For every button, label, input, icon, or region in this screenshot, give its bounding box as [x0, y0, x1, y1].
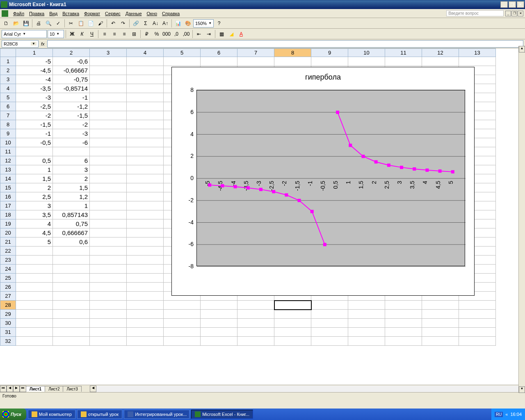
row-header[interactable]: 22: [0, 247, 16, 256]
menu-data[interactable]: Данные: [123, 10, 144, 17]
align-center-icon[interactable]: ≡: [110, 30, 119, 39]
borders-icon[interactable]: ▦: [217, 30, 226, 39]
cell[interactable]: [127, 66, 164, 75]
menu-view[interactable]: Вид: [47, 10, 60, 17]
row-header[interactable]: 15: [0, 183, 16, 192]
cell[interactable]: [53, 319, 90, 328]
cell[interactable]: [90, 256, 127, 265]
row-header[interactable]: 8: [0, 120, 16, 129]
cell[interactable]: [385, 57, 422, 66]
language-indicator[interactable]: RU: [495, 412, 503, 417]
cell[interactable]: [90, 201, 127, 210]
sheet-tab-1[interactable]: Лист1: [26, 386, 45, 392]
cell[interactable]: [127, 328, 164, 337]
cell[interactable]: [90, 84, 127, 93]
cell[interactable]: [53, 301, 90, 310]
new-icon[interactable]: 🗋: [2, 19, 11, 28]
cell[interactable]: [90, 319, 127, 328]
row-header[interactable]: 28: [0, 301, 16, 310]
taskbar-item-2[interactable]: Интегрированный урок...: [124, 410, 189, 419]
sheet-tab-2[interactable]: Лист2: [45, 386, 63, 392]
undo-icon[interactable]: ↶: [109, 19, 118, 28]
scroll-left-icon[interactable]: ◀: [90, 386, 96, 392]
dec-indent-icon[interactable]: ⇤: [194, 30, 203, 39]
tab-first-icon[interactable]: ⏮: [0, 386, 7, 392]
cell[interactable]: [90, 75, 127, 84]
cell[interactable]: [237, 328, 274, 337]
row-header[interactable]: 18: [0, 210, 16, 219]
fontsize-combo[interactable]: 10▼: [48, 30, 64, 38]
row-header[interactable]: 23: [0, 256, 16, 265]
row-header[interactable]: 25: [0, 274, 16, 283]
help-search[interactable]: Введите вопрос: [446, 10, 504, 16]
row-header[interactable]: 1: [0, 57, 16, 66]
cell[interactable]: 0,666667: [53, 228, 90, 237]
cell[interactable]: [53, 147, 90, 156]
cell[interactable]: -3: [53, 129, 90, 138]
cell[interactable]: [90, 102, 127, 111]
cell[interactable]: [90, 93, 127, 102]
row-header[interactable]: 12: [0, 156, 16, 165]
cell[interactable]: [127, 138, 164, 147]
row-header[interactable]: 21: [0, 237, 16, 247]
cell[interactable]: [90, 183, 127, 192]
cell[interactable]: [16, 319, 53, 328]
cell[interactable]: [90, 165, 127, 174]
cell[interactable]: [90, 237, 127, 247]
column-header[interactable]: 1: [16, 49, 53, 57]
cell[interactable]: [127, 219, 164, 228]
column-header[interactable]: 10: [348, 49, 385, 57]
start-button[interactable]: Пуск: [0, 409, 26, 420]
cell[interactable]: [53, 310, 90, 319]
drawing-icon[interactable]: 🎨: [183, 19, 192, 28]
cell[interactable]: -0,6: [53, 57, 90, 66]
menu-file[interactable]: Файл: [11, 10, 27, 17]
cell[interactable]: [90, 174, 127, 183]
cell[interactable]: [385, 328, 422, 337]
cell[interactable]: [422, 328, 459, 337]
cell[interactable]: [127, 183, 164, 192]
sort-desc-icon[interactable]: A↑: [161, 19, 170, 28]
preview-icon[interactable]: 🔍: [44, 19, 53, 28]
cell[interactable]: [53, 337, 90, 346]
cell[interactable]: -2: [16, 111, 53, 120]
row-header[interactable]: 32: [0, 337, 16, 346]
cell[interactable]: [90, 292, 127, 301]
cell[interactable]: [422, 301, 459, 310]
hyperlink-icon[interactable]: 🔗: [131, 19, 140, 28]
cell[interactable]: -1,5: [53, 111, 90, 120]
row-header[interactable]: 4: [0, 84, 16, 93]
cell[interactable]: 4: [16, 219, 53, 228]
cell[interactable]: [127, 237, 164, 247]
percent-icon[interactable]: %: [152, 30, 161, 39]
cell[interactable]: [90, 274, 127, 283]
underline-icon[interactable]: Ч: [87, 30, 96, 39]
cell[interactable]: -5: [16, 57, 53, 66]
cell[interactable]: [90, 66, 127, 75]
fx-icon[interactable]: fx: [41, 41, 45, 46]
cell[interactable]: [53, 283, 90, 292]
row-header[interactable]: 7: [0, 111, 16, 120]
cell[interactable]: [90, 328, 127, 337]
chart[interactable]: гипербола -8-6-4-202468-5-4,5-4-3,5-3-2,…: [171, 67, 475, 296]
column-header[interactable]: 12: [422, 49, 459, 57]
cell[interactable]: 1: [16, 165, 53, 174]
cell[interactable]: 3: [53, 165, 90, 174]
cell[interactable]: [201, 301, 237, 310]
column-header[interactable]: 5: [164, 49, 201, 57]
formula-input[interactable]: [47, 40, 523, 48]
cell[interactable]: [348, 328, 385, 337]
cell[interactable]: 2: [16, 183, 53, 192]
cell[interactable]: 0,5: [16, 156, 53, 165]
cell[interactable]: [274, 319, 311, 328]
cell[interactable]: 0,857143: [53, 210, 90, 219]
row-header[interactable]: 26: [0, 283, 16, 292]
cell[interactable]: [127, 147, 164, 156]
row-header[interactable]: 11: [0, 147, 16, 156]
cell[interactable]: -0,66667: [53, 66, 90, 75]
cell[interactable]: [127, 228, 164, 237]
doc-minimize-button[interactable]: _: [505, 11, 511, 16]
dec-decimal-icon[interactable]: ,00: [182, 30, 191, 39]
cell[interactable]: [311, 57, 348, 66]
cell[interactable]: [127, 283, 164, 292]
